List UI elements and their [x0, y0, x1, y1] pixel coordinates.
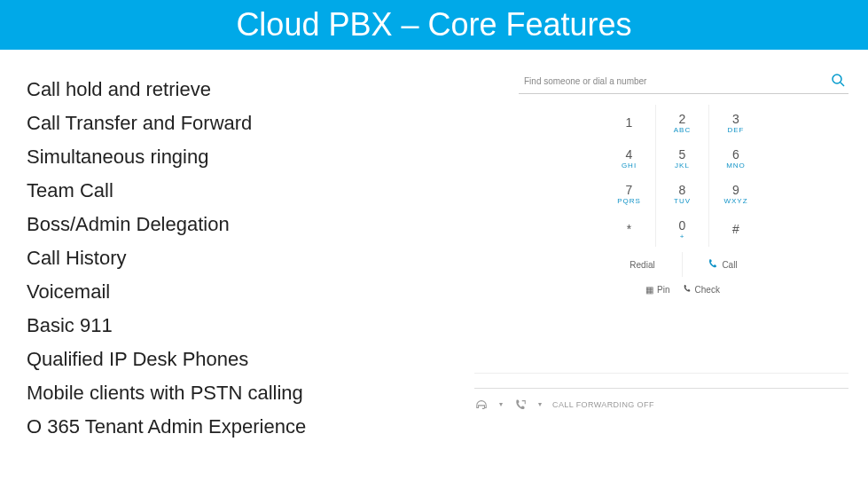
search-placeholder: Find someone or dial a number [524, 76, 646, 86]
svg-line-1 [841, 83, 844, 86]
phone-small-icon [683, 284, 692, 295]
pin-label: Pin [657, 285, 669, 295]
slide-title: Cloud PBX – Core Features [236, 6, 631, 43]
feature-item: Basic 911 [27, 309, 395, 343]
dial-key-9[interactable]: 9WXYZ [709, 176, 762, 211]
dial-key-1[interactable]: 1 [603, 105, 656, 140]
dial-key-6[interactable]: 6MNO [709, 140, 762, 176]
search-icon[interactable] [831, 73, 845, 91]
redial-button[interactable]: Redial [603, 252, 683, 277]
feature-item: Call History [27, 241, 395, 275]
dial-key-8[interactable]: 8TUV [656, 176, 709, 211]
title-bar: Cloud PBX – Core Features [0, 0, 868, 50]
chevron-down-icon[interactable]: ▾ [538, 400, 542, 408]
dial-key-4[interactable]: 4GHI [603, 140, 656, 176]
forward-icon[interactable] [513, 398, 528, 412]
feature-item: Qualified IP Desk Phones [27, 343, 395, 376]
dial-key-star[interactable]: * [603, 211, 656, 247]
slide: Cloud PBX – Core Features Call hold and … [0, 0, 868, 489]
feature-item: Simultaneous ringing [27, 140, 395, 174]
check-label: Check [695, 285, 720, 295]
dial-key-3[interactable]: 3DEF [709, 105, 762, 140]
skype-app-panel: Find someone or dial a number 1 2ABC 3DE… [421, 50, 868, 489]
search-bar[interactable]: Find someone or dial a number [519, 69, 848, 94]
divider [474, 373, 848, 374]
phone-icon [708, 258, 718, 272]
call-forwarding-status: CALL FORWARDING OFF [552, 400, 654, 409]
feature-item: Call Transfer and Forward [27, 106, 395, 140]
feature-item: Call hold and retrieve [27, 73, 395, 106]
feature-item: Boss/Admin Delegation [27, 208, 395, 241]
app-window: Find someone or dial a number 1 2ABC 3DE… [421, 50, 868, 489]
dial-key-7[interactable]: 7PQRS [603, 176, 656, 211]
dial-key-0[interactable]: 0+ [656, 211, 709, 247]
dial-key-hash[interactable]: # [709, 211, 762, 247]
headset-icon[interactable] [474, 398, 489, 412]
svg-point-0 [833, 75, 841, 83]
body-area: Call hold and retrieve Call Transfer and… [0, 50, 868, 489]
feature-item: Mobile clients with PSTN calling [27, 376, 395, 410]
dial-key-2[interactable]: 2ABC [656, 105, 709, 140]
feature-item: Team Call [27, 174, 395, 208]
call-label: Call [722, 260, 737, 270]
feature-item: O 365 Tenant Admin Experience [27, 410, 395, 444]
check-button[interactable]: Check [683, 284, 720, 295]
dial-key-5[interactable]: 5JKL [656, 140, 709, 176]
features-column: Call hold and retrieve Call Transfer and… [0, 50, 421, 489]
dialpad: 1 2ABC 3DEF 4GHI 5JKL 6MNO 7PQRS 8TUV 9W… [603, 105, 762, 295]
redial-label: Redial [629, 260, 654, 270]
feature-item: Voicemail [27, 275, 395, 309]
pin-button[interactable]: ▦ Pin [645, 284, 669, 295]
grid-icon: ▦ [645, 285, 653, 295]
status-footer: ▾ ▾ CALL FORWARDING OFF [474, 388, 848, 413]
call-button[interactable]: Call [683, 252, 762, 277]
chevron-down-icon[interactable]: ▾ [499, 400, 503, 408]
